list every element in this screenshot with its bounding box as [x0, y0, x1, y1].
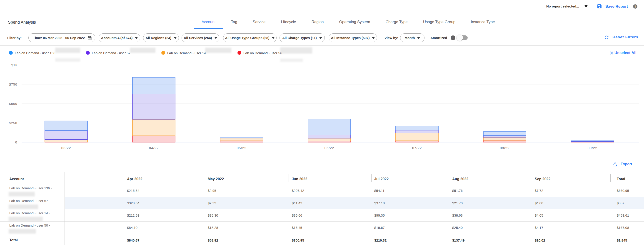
svg-text:$250: $250 [9, 121, 17, 125]
svg-text:04/22: 04/22 [149, 146, 159, 150]
svg-text:$750: $750 [9, 83, 17, 86]
svg-text:$1k: $1k [11, 63, 17, 67]
svg-text:$500: $500 [9, 102, 17, 106]
svg-text:07/22: 07/22 [412, 146, 422, 150]
svg-text:0: 0 [15, 141, 17, 144]
svg-text:06/22: 06/22 [324, 146, 334, 150]
svg-text:09/22: 09/22 [588, 146, 598, 150]
svg-text:03/22: 03/22 [61, 146, 71, 150]
svg-text:05/22: 05/22 [237, 146, 246, 150]
svg-text:08/22: 08/22 [500, 146, 510, 150]
